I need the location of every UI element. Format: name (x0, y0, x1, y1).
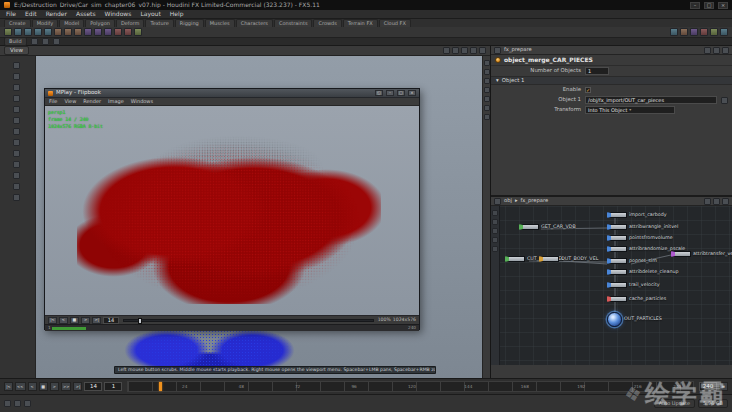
timeline-track[interactable]: 24 48 72 96 120 144 168 192 216 240 (127, 381, 694, 392)
handles-tool-icon[interactable] (13, 106, 20, 113)
close-button[interactable]: × (718, 2, 728, 9)
select-arrow-icon[interactable] (4, 28, 12, 36)
scene-viewport[interactable]: MPlay - Flipbook ◱ – □ × File View Rende… (36, 56, 482, 378)
mplay-close-button[interactable]: × (408, 90, 416, 96)
mplay-frame-ruler[interactable]: 1 240 (45, 324, 419, 331)
select-mode-icon[interactable] (13, 62, 20, 69)
snap-grid-icon[interactable] (13, 150, 20, 157)
go-end-button[interactable]: >| (73, 382, 82, 391)
pose-tool-icon[interactable] (13, 117, 20, 124)
shelf-tab[interactable]: Terrain FX (343, 19, 378, 27)
network-node[interactable]: attribtransfer_vel (671, 251, 732, 257)
sphere-tool-icon[interactable] (24, 28, 32, 36)
network-node[interactable]: popnet_sim (607, 258, 657, 264)
network-node-output[interactable]: OUT_PARTICLES (607, 312, 662, 327)
pose-toggle-icon[interactable] (53, 38, 60, 45)
scale-tool-icon[interactable] (13, 95, 20, 102)
network-display-options-icon[interactable] (704, 198, 711, 205)
grid-toggle-icon[interactable] (42, 38, 49, 45)
mplay-flipbook-window[interactable]: MPlay - Flipbook ◱ – □ × File View Rende… (44, 88, 420, 330)
wireframe-icon[interactable] (484, 87, 490, 93)
mplay-frame-slider[interactable] (123, 319, 374, 322)
network-editor-canvas[interactable]: GET_CAR_VDB CUT_BODY_VEL OUT_BODY_VEL im… (491, 206, 732, 365)
net-select-icon[interactable] (492, 210, 498, 216)
pane-menu-icon[interactable] (494, 47, 501, 54)
network-node[interactable]: attribdelete_cleanup (607, 269, 679, 275)
bone-tool-icon[interactable] (690, 28, 698, 36)
snap-points-icon[interactable] (13, 139, 20, 146)
play-reverse-fast-button[interactable]: << (15, 382, 26, 391)
network-snap-icon[interactable] (713, 198, 720, 205)
shading-mode-icon[interactable] (452, 47, 459, 54)
minimize-button[interactable]: – (690, 2, 700, 9)
net-connect-icon[interactable] (492, 219, 498, 225)
node-chooser-icon[interactable] (721, 97, 728, 104)
frame-selected-icon[interactable] (484, 69, 490, 75)
network-path-current[interactable]: fx_prepare (521, 198, 549, 203)
display-options-icon[interactable] (461, 47, 468, 54)
mplay-play-button[interactable]: > (81, 317, 90, 324)
persp-ortho-icon[interactable] (484, 78, 490, 84)
menu-help[interactable]: Help (170, 11, 184, 17)
network-node[interactable]: GET_CAR_VDB (519, 224, 576, 230)
play-fast-button[interactable]: >> (61, 382, 72, 391)
shelf-tab[interactable]: Crowds (313, 19, 341, 27)
tube-tool-icon[interactable] (34, 28, 42, 36)
torus-tool-icon[interactable] (44, 28, 52, 36)
network-node[interactable]: import_carbody (607, 212, 667, 218)
mplay-titlebar[interactable]: MPlay - Flipbook ◱ – □ × (45, 89, 419, 98)
network-node[interactable]: trail_velocity (607, 282, 660, 288)
paint-tool-icon[interactable] (700, 28, 708, 36)
box-tool-icon[interactable] (14, 28, 22, 36)
enable-checkbox[interactable]: ✓ (585, 87, 591, 93)
message-log-icon[interactable] (4, 400, 11, 407)
shelf-tab[interactable]: Rigging (175, 19, 204, 27)
mplay-menu-file[interactable]: File (49, 99, 57, 104)
net-snapshot-icon[interactable] (492, 246, 498, 252)
pane-options-icon[interactable] (713, 47, 720, 54)
secure-selection-icon[interactable] (13, 194, 20, 201)
network-node[interactable]: cache_particles (607, 296, 666, 302)
step-back-button[interactable]: < (28, 382, 37, 391)
pin-pane-icon[interactable] (704, 47, 711, 54)
mplay-slider-thumb[interactable] (138, 318, 142, 324)
view-tool-icon[interactable] (13, 128, 20, 135)
snap-toggle-icon[interactable] (31, 38, 38, 45)
menu-file[interactable]: File (6, 11, 16, 17)
lighting-icon[interactable] (484, 105, 490, 111)
curve-tool-icon[interactable] (74, 28, 82, 36)
shelf-tab[interactable]: Texture (145, 19, 173, 27)
dopnet-tool-icon[interactable] (720, 28, 728, 36)
shelf-tab[interactable]: Cloud FX (379, 19, 411, 27)
spray-paint-tool-icon[interactable] (84, 28, 92, 36)
parameter-pane-path[interactable]: fx_prepare (504, 47, 532, 52)
go-start-button[interactable]: |< (4, 382, 13, 391)
parameter-node-name[interactable]: object_merge_CAR_PIECES (504, 57, 593, 63)
num-objects-field[interactable]: 1 (585, 67, 609, 75)
mplay-prev-frame-button[interactable]: < (59, 317, 68, 324)
network-pane-menu-icon[interactable] (494, 198, 501, 205)
mplay-menu-windows[interactable]: Windows (131, 99, 153, 104)
performance-icon[interactable] (24, 400, 31, 407)
mplay-menu-image[interactable]: Image (108, 99, 124, 104)
camera-select-icon[interactable] (443, 47, 450, 54)
stop-button[interactable]: ■ (39, 382, 48, 391)
snap-prims-icon[interactable] (13, 161, 20, 168)
playback-options-icon[interactable]: ≡ (719, 382, 728, 391)
shelf-tab[interactable]: Create (4, 19, 31, 27)
shelf-tab[interactable]: Muscles (205, 19, 235, 27)
grid-display-icon[interactable] (484, 114, 490, 120)
mplay-minimize-button[interactable]: – (386, 90, 394, 96)
menu-layout[interactable]: Layout (140, 11, 160, 17)
mplay-last-frame-button[interactable]: >| (92, 317, 101, 324)
translate-tool-icon[interactable] (13, 73, 20, 80)
shelf-tab[interactable]: Model (59, 19, 84, 27)
light-tool-icon[interactable] (680, 28, 688, 36)
platonic-tool-icon[interactable] (114, 28, 122, 36)
view-menu-button[interactable]: View (4, 46, 29, 56)
menu-render[interactable]: Render (46, 11, 67, 17)
current-frame-field[interactable]: 14 (84, 382, 102, 391)
range-start-field[interactable]: 1 (104, 382, 122, 391)
mplay-menu-render[interactable]: Render (83, 99, 101, 104)
network-maximize-icon[interactable] (722, 198, 729, 205)
